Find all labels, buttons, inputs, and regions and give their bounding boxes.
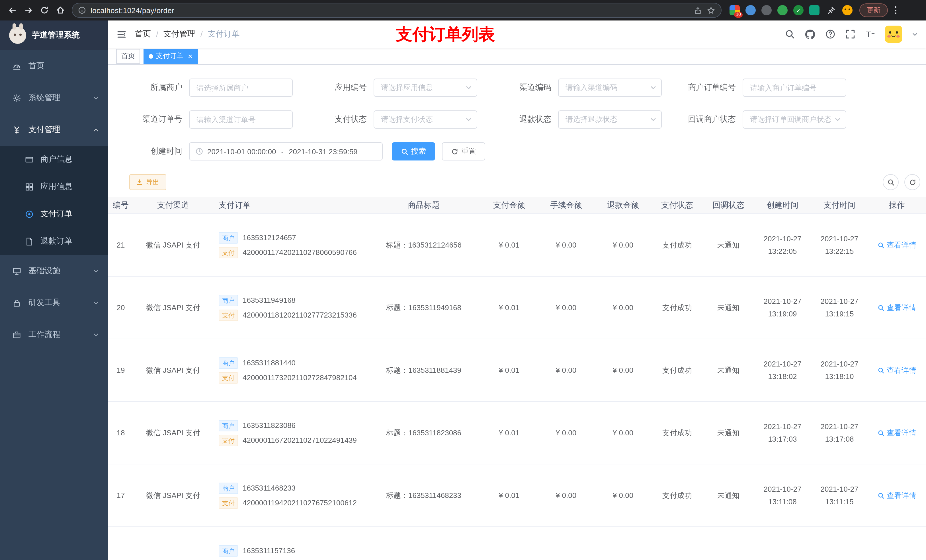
browser-back-button[interactable]	[5, 2, 21, 18]
merchant-tag: 商户	[219, 357, 238, 368]
sidebar-subitem-pay-order[interactable]: 支付订单	[0, 200, 108, 228]
extension-blue-icon[interactable]	[746, 5, 756, 15]
breadcrumb-item-home[interactable]: 首页	[135, 29, 151, 39]
extensions-pin-button[interactable]	[825, 5, 837, 16]
create-time-filter-label: 创建时间	[115, 146, 189, 157]
tab-active-dot	[149, 54, 153, 58]
extension-check-icon[interactable]: ✓	[793, 5, 803, 15]
export-button-label: 导出	[146, 177, 159, 187]
header-search-button[interactable]	[785, 29, 795, 39]
view-detail-link[interactable]: 查看详情	[878, 490, 916, 501]
question-icon	[825, 29, 835, 39]
sidebar-item-payment[interactable]: 支付管理	[0, 114, 108, 146]
merchant-order-no-filter-input[interactable]	[743, 78, 846, 97]
cell-title: 标题：1635311823086	[367, 428, 481, 438]
cell-pay-order: 商户1635311949168 支付4200001181202110277723…	[213, 294, 367, 321]
notify-status-filter-select[interactable]: 请选择订单回调商户状态	[743, 110, 846, 128]
dashboard-icon	[12, 62, 21, 70]
logo-title: 芋道管理系统	[32, 30, 80, 41]
tab-pay-order[interactable]: 支付订单	[144, 49, 198, 63]
cell-title: 标题：1635311881439	[367, 365, 481, 375]
channel-order-no-filter-input[interactable]	[189, 110, 293, 128]
extension-translate-icon[interactable]	[809, 5, 820, 15]
sidebar-item-home[interactable]: 首页	[0, 50, 108, 82]
view-detail-link[interactable]: 查看详情	[878, 302, 916, 313]
cell-pay-order: 商户1635311157136 支付	[213, 545, 367, 560]
browser-home-button[interactable]	[52, 2, 68, 18]
sidebar-subitem-app-info[interactable]: 应用信息	[0, 173, 108, 200]
cell-action: 查看详情	[868, 240, 926, 250]
pay-status-filter-select[interactable]: 请选择支付状态	[374, 110, 477, 128]
cell-fee: ¥ 0.00	[538, 491, 595, 500]
breadcrumb-item-payment[interactable]: 支付管理	[163, 29, 195, 39]
collapse-menu-button[interactable]	[108, 29, 135, 39]
url-bar[interactable]: localhost:1024/pay/order	[72, 3, 722, 18]
browser-refresh-button[interactable]	[36, 2, 52, 18]
tab-close-icon[interactable]	[188, 53, 193, 59]
info-icon[interactable]	[78, 6, 86, 14]
merchant-order-no: 1635312124657	[243, 233, 296, 242]
fullscreen-button[interactable]	[845, 29, 855, 39]
cell-pay-order: 商户1635312124657 支付4200001174202110278060…	[213, 232, 367, 258]
header-cell-pay-time: 支付时间	[811, 200, 868, 210]
export-button[interactable]: 导出	[129, 174, 166, 190]
cell-refund: ¥ 0.00	[595, 241, 652, 249]
tab-home[interactable]: 首页	[116, 49, 140, 63]
cell-id: 20	[108, 303, 133, 312]
sidebar-subitem-merchant-info[interactable]: 商户信息	[0, 146, 108, 173]
sidebar: 芋道管理系统 首页 系统管理 支付管理 商户信息	[0, 21, 108, 560]
extension-dark-icon[interactable]	[761, 5, 772, 15]
sidebar-item-workflow[interactable]: 工作流程	[0, 319, 108, 350]
sidebar-item-label: 系统管理	[29, 93, 85, 103]
table-header: 编号 支付渠道 支付订单 商品标题 支付金额 手续金额 退款金额 支付状态 回调…	[108, 197, 926, 214]
select-placeholder: 请选择订单回调商户状态	[750, 115, 831, 125]
docs-help-button[interactable]	[825, 29, 835, 39]
cell-pay-order: 商户1635311881440 支付4200001173202110272847…	[213, 357, 367, 383]
user-avatar[interactable]	[885, 26, 902, 43]
reset-button[interactable]: 重置	[442, 142, 485, 160]
sidebar-item-devtools[interactable]: 研发工具	[0, 287, 108, 319]
view-detail-link[interactable]: 查看详情	[878, 240, 916, 250]
cell-notify: 未通知	[703, 365, 754, 375]
cell-amount: ¥ 0.01	[481, 429, 538, 437]
extension-green-icon[interactable]	[777, 5, 788, 15]
cell-title: 标题：1635311949168	[367, 302, 481, 313]
font-size-button[interactable]: TT	[865, 29, 875, 39]
refund-status-filter-select[interactable]: 请选择退款状态	[558, 110, 662, 128]
channel-code-filter-select[interactable]: 请输入渠道编码	[558, 78, 662, 97]
chevron-down-icon	[93, 95, 99, 101]
breadcrumb-separator: /	[200, 30, 203, 39]
merchant-filter-input[interactable]	[189, 78, 293, 97]
create-time-range-picker[interactable]: 2021-10-01 00:00:00 - 2021-10-31 23:59:5…	[189, 142, 383, 160]
header-cell-notify: 回调状态	[703, 200, 754, 210]
pay-tag: 支付	[219, 309, 238, 321]
view-detail-link[interactable]: 查看详情	[878, 365, 916, 375]
github-button[interactable]	[805, 29, 816, 39]
extension-colorful-icon[interactable]: 10	[729, 5, 740, 15]
share-icon[interactable]	[694, 6, 702, 15]
cell-status: 支付成功	[652, 365, 703, 375]
browser-menu-button[interactable]	[895, 6, 896, 14]
browser-update-button[interactable]: 更新	[859, 3, 888, 17]
toggle-search-button[interactable]	[883, 174, 899, 190]
extensions-row: 10 ✓	[729, 5, 853, 16]
svg-text:T: T	[872, 32, 875, 38]
table-row: 19 微信 JSAPI 支付 商户1635311881440 支付4200001…	[108, 339, 926, 402]
view-detail-link[interactable]: 查看详情	[878, 428, 916, 438]
search-button[interactable]: 搜索	[392, 142, 435, 160]
update-label: 更新	[867, 5, 881, 15]
extension-face-icon[interactable]	[842, 5, 853, 15]
header-cell-title: 商品标题	[367, 200, 481, 210]
app-no-filter-select[interactable]: 请选择应用信息	[374, 78, 477, 97]
pay-order-no: 4200001181202110277723215336	[243, 311, 357, 319]
table-refresh-button[interactable]	[904, 174, 920, 190]
sidebar-item-infra[interactable]: 基础设施	[0, 255, 108, 287]
date-separator: -	[281, 147, 284, 155]
bookmark-star-icon[interactable]	[707, 6, 715, 15]
caret-down-icon[interactable]	[912, 31, 918, 37]
sidebar-item-system[interactable]: 系统管理	[0, 82, 108, 114]
sidebar-subitem-refund-order[interactable]: 退款订单	[0, 228, 108, 255]
cell-pay-time: 2021-10-2713:18:10	[811, 358, 868, 382]
browser-forward-button[interactable]	[21, 2, 36, 18]
sidebar-item-label: 基础设施	[29, 266, 85, 276]
